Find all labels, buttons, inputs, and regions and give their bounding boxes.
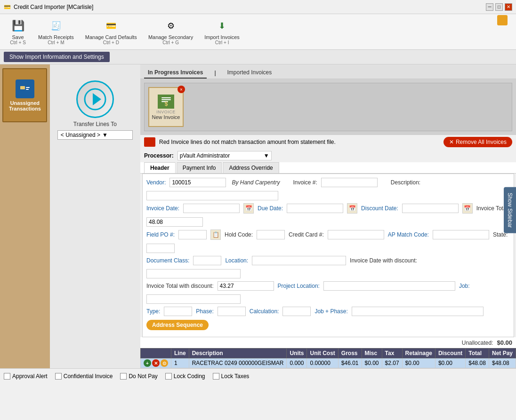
tab-in-progress[interactable]: In Progress Invoices [144,67,207,79]
close-button[interactable]: ✕ [505,3,512,11]
svg-rect-2 [26,87,30,88]
show-import-button[interactable]: Show Import Information and Settings [4,52,110,62]
col-units: Units [287,349,307,358]
show-sidebar-button[interactable]: Show Sidebar [504,187,516,233]
project-location-input[interactable] [323,281,455,291]
invoice-date-calendar-button[interactable]: 📅 [243,203,254,214]
ap-match-input[interactable] [433,230,489,239]
lock-coding-checkbox[interactable]: Lock Coding [165,373,205,380]
row-controls-cell: + ✕ ⊙ [141,358,171,368]
document-class-input[interactable] [193,256,221,265]
row-copy-button[interactable]: ⊙ [161,359,168,367]
document-class-label[interactable]: Document Class: [146,257,189,264]
lock-taxes-checkbox[interactable]: Lock Taxes [213,373,250,380]
address-sequence-button[interactable]: Address Sequence [146,320,209,330]
form-tabs: Header Payment Info Address Override [140,162,516,174]
calculation-input[interactable] [282,307,311,316]
hold-code-input[interactable] [257,230,285,239]
cell-gross: $46.01 [338,358,362,368]
discount-date-label[interactable]: Discount Date: [361,205,398,212]
lock-taxes-box[interactable] [213,373,219,380]
vendor-name: By Hand Carpentry [232,179,280,186]
due-date-calendar-button[interactable]: 📅 [347,203,357,214]
invoice-thumbnail[interactable]: × $ INVOICE New Invoice [148,87,184,127]
credit-card-input[interactable] [328,230,384,239]
type-input[interactable] [164,307,192,316]
processor-select[interactable]: pVault Administrator ▼ [177,151,272,160]
job-input[interactable] [146,294,241,304]
invoice-total-discount-input[interactable] [218,281,274,291]
discount-date-input[interactable] [402,204,459,213]
save-button[interactable]: 💾 Save Ctrl + S [4,16,32,48]
invoice-date-label[interactable]: Invoice Date: [146,205,179,212]
due-date-label[interactable]: Due Date: [258,205,283,212]
transfer-button[interactable] [76,80,114,118]
do-not-pay-checkbox[interactable]: Do Not Pay [120,373,157,380]
form-row-3: Field PO #: 📋 Hold Code: Credit Card #: … [146,230,510,253]
phase-label[interactable]: Phase: [196,308,213,315]
remove-all-button[interactable]: ✕ Remove All Invoices [443,137,512,147]
minimize-button[interactable]: ─ [486,3,493,11]
location-label[interactable]: Location: [225,257,248,264]
bottom-bar: Approval Alert Confidential Invoice Do N… [0,368,516,383]
invoice-area: × $ INVOICE New Invoice [140,79,516,135]
manage-card-icon: 💳 [104,18,119,33]
col-gross: Gross [338,349,362,358]
maximize-button[interactable]: □ [495,3,503,11]
type-label[interactable]: Type: [146,308,160,315]
invoice-date-discount-input[interactable] [146,269,241,278]
vendor-label[interactable]: Vendor: [146,179,166,186]
description-input[interactable] [146,191,278,200]
field-po-label[interactable]: Field PO #: [146,231,175,238]
window-title: Credit Card Importer [MCarlisle] [14,4,93,10]
approval-alert-box[interactable] [4,373,10,380]
ap-match-label[interactable]: AP Match Code: [388,231,429,238]
manage-card-button[interactable]: 💳 Manage Card Defaults Ctrl + D [80,16,142,48]
field-po-input[interactable] [178,230,207,239]
job-phase-input[interactable] [352,307,484,316]
invoice-total-input[interactable] [146,217,203,227]
col-discount: Discount [435,349,465,358]
col-tax: Tax [382,349,402,358]
confidential-invoice-checkbox[interactable]: Confidential Invoice [55,373,113,380]
manage-secondary-button[interactable]: ⚙ Manage Secondary Ctrl + G [143,16,198,48]
invoice-close-icon[interactable]: × [177,86,185,93]
invoice-date-input[interactable] [183,204,240,213]
state-input[interactable] [146,244,175,253]
field-po-lookup-button[interactable]: 📋 [210,230,221,240]
import-invoices-button[interactable]: ⬇ Import Invoices Ctrl + I [199,16,245,48]
match-receipts-button[interactable]: 🧾 Match Receipts Ctrl + M [33,16,79,48]
confidential-invoice-box[interactable] [55,373,62,380]
tab-header[interactable]: Header [144,162,176,173]
do-not-pay-label: Do Not Pay [129,373,157,380]
transfer-dropdown[interactable]: < Unassigned > ▼ [57,130,133,140]
tab-payment-info[interactable]: Payment Info [177,162,222,173]
due-date-input[interactable] [287,204,343,213]
row-delete-button[interactable]: ✕ [152,359,160,367]
app-icon: 💳 [4,4,11,10]
discount-date-calendar-button[interactable]: 📅 [462,203,473,214]
job-phase-label[interactable]: Job + Phase: [314,308,347,315]
lock-coding-box[interactable] [165,373,172,380]
col-net-pay: Net Pay [489,349,516,358]
do-not-pay-box[interactable] [120,373,127,380]
tab-address-override[interactable]: Address Override [223,162,279,173]
match-receipts-label: Match Receipts [38,34,74,40]
row-add-button[interactable]: + [144,359,151,367]
table-row[interactable]: + ✕ ⊙ 1 RACETRAC 0249 000000GEISMAR 0.00… [141,358,516,368]
calculation-label[interactable]: Calculation: [250,308,279,315]
row-controls: + ✕ ⊙ [144,359,168,367]
unassigned-transactions-button[interactable]: Unassigned Transactions [2,68,47,122]
location-input[interactable] [252,256,346,265]
project-location-label[interactable]: Project Location: [278,283,320,289]
transfer-dropdown-arrow: ▼ [102,132,108,138]
invoice-num-input[interactable] [321,178,378,187]
save-shortcut: Ctrl + S [10,40,26,45]
phase-input[interactable] [218,307,246,316]
toolbar: 💾 Save Ctrl + S 🧾 Match Receipts Ctrl + … [0,14,516,50]
job-label[interactable]: Job: [459,283,470,289]
unallocated-label: Unallocated: [462,340,493,346]
approval-alert-checkbox[interactable]: Approval Alert [4,373,48,380]
vendor-input[interactable] [169,178,226,187]
tab-imported[interactable]: Imported Invoices [224,67,276,79]
